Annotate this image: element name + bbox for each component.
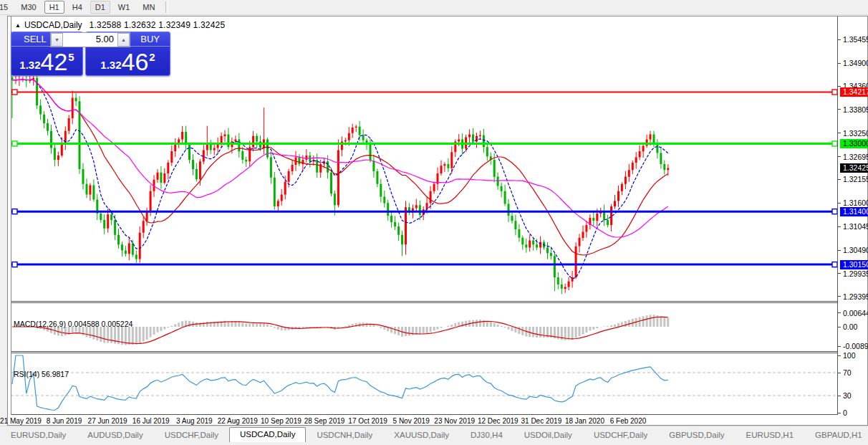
price-tick: 1.35455 xyxy=(843,35,868,44)
axis-tick-dash xyxy=(838,250,841,251)
hline-handle[interactable] xyxy=(832,90,837,95)
chart-ohlc-values: 1.32588 1.32632 1.32349 1.32425 xyxy=(90,20,226,30)
collapse-triangle-icon[interactable]: ▲ xyxy=(15,22,21,29)
date-tick: 6 Feb 2020 xyxy=(610,417,647,425)
rsi-tick: 0 xyxy=(843,408,847,417)
tab-audusd-daily[interactable]: AUDUSD,Daily xyxy=(77,429,153,442)
axis-tick-dash xyxy=(838,327,841,327)
tab-usdchf-daily[interactable]: USDCHF,Daily xyxy=(154,429,229,442)
rsi-line xyxy=(12,355,668,411)
hline-price-badge: 1.33000 xyxy=(840,139,868,148)
hline-price-badge: 1.34217 xyxy=(840,87,868,97)
buy-price-small: 1.32 xyxy=(100,59,121,71)
tab-usdcad-daily[interactable]: USDCAD,Daily xyxy=(229,427,306,442)
hline-handle[interactable] xyxy=(832,141,837,146)
axis-tick-dash xyxy=(838,312,841,313)
chart-symbol-title: USDCAD,Daily xyxy=(24,20,82,30)
rsi-tick: 70 xyxy=(843,368,852,377)
buy-price-sup: 2 xyxy=(149,51,155,63)
chart-window[interactable]: ▲ USDCAD,Daily 1.32588 1.32632 1.32349 1… xyxy=(7,16,868,426)
axis-tick-dash xyxy=(838,86,841,87)
date-tick: 12 Dec 2019 xyxy=(478,417,519,425)
tab-eurusd-h1[interactable]: EURUSD,H1 xyxy=(736,429,804,442)
axis-tick-dash xyxy=(838,109,841,110)
toolbar-separator xyxy=(165,1,168,13)
axis-tick-dash xyxy=(838,156,841,157)
timeframe-button-h1[interactable]: H1 xyxy=(44,1,64,14)
timeframe-toolbar: 15M30H1H4D1W1MN xyxy=(0,0,868,15)
date-tick: 18 Jan 2020 xyxy=(565,417,604,425)
hline-handle[interactable] xyxy=(12,90,17,95)
date-tick: 8 Jun 2019 xyxy=(47,417,82,425)
date-tick: 16 Jul 2019 xyxy=(132,417,170,425)
axis-tick-dash xyxy=(838,133,841,133)
hline-handle[interactable] xyxy=(12,209,17,214)
sell-price: 1.32425 xyxy=(11,47,82,74)
price-tick: 1.31600 xyxy=(843,198,868,207)
date-tick: 28 Sep 2019 xyxy=(304,417,345,425)
date-tick: 23 Nov 2019 xyxy=(434,417,475,425)
date-tick: 5 Nov 2019 xyxy=(393,417,430,425)
sell-price-sup: 5 xyxy=(68,51,74,63)
tab-gbpusd-daily[interactable]: GBPUSD,Daily xyxy=(658,429,735,442)
up-candle-wicks xyxy=(16,73,668,293)
tab-dj30-h4[interactable]: DJ30,H4 xyxy=(460,429,513,442)
axis-tick-dash xyxy=(838,39,841,40)
timeframe-button-m30[interactable]: M30 xyxy=(16,1,41,14)
hline-handle[interactable] xyxy=(832,262,837,267)
macd-tick: 0.00 xyxy=(843,322,857,331)
price-tick: 1.29395 xyxy=(843,292,868,301)
timeframe-button-h4[interactable]: H4 xyxy=(67,1,87,14)
tab-usdchf-daily[interactable]: USDCHF,Daily xyxy=(583,429,658,442)
volume-value[interactable]: 5.00 xyxy=(63,33,117,47)
date-tick: 21 May 2019 xyxy=(0,417,42,425)
timeframe-button-w1[interactable]: W1 xyxy=(113,1,135,14)
date-tick: 10 Sep 2019 xyxy=(261,417,302,425)
tab-usdcnh-daily[interactable]: USDCNH,Daily xyxy=(306,429,383,442)
sell-price-big: 42 xyxy=(41,49,68,74)
axis-tick-dash xyxy=(838,179,841,180)
date-tick: 22 Aug 2019 xyxy=(218,417,258,425)
volume-spinner: ▼ 5.00 ▲ xyxy=(50,32,130,47)
mt4-terminal: 15M30H1H4D1W1MN ▲ USDCAD,Daily 1.32588 1… xyxy=(0,0,868,445)
price-tick: 1.29935 xyxy=(843,269,868,278)
up-candle-bodies xyxy=(15,78,670,289)
date-tick: 3 Aug 2019 xyxy=(176,417,213,425)
price-tick: 1.34900 xyxy=(843,59,868,67)
macd-tick: -0.008982 xyxy=(843,342,868,350)
hline-price-badge: 1.31400 xyxy=(840,207,868,216)
tab-eurusd-daily[interactable]: EURUSD,Daily xyxy=(0,429,77,442)
tab-xauusd-daily[interactable]: XAUUSD,Daily xyxy=(383,429,460,442)
hline-handle[interactable] xyxy=(12,262,17,267)
moving-average-20 xyxy=(12,80,668,255)
price-tick: 1.32695 xyxy=(843,153,868,161)
axis-tick-dash xyxy=(838,203,841,204)
price-chart-canvas[interactable] xyxy=(11,16,838,415)
axis-tick-dash xyxy=(838,355,841,356)
volume-increase-button[interactable]: ▲ xyxy=(117,33,130,47)
timeframe-button-d1[interactable]: D1 xyxy=(90,1,110,14)
hline-handle[interactable] xyxy=(832,209,837,214)
chart-title-row: ▲ USDCAD,Daily 1.32588 1.32632 1.32349 1… xyxy=(15,20,225,30)
tab-usdoil-daily[interactable]: USDOil,Daily xyxy=(513,429,583,442)
rsi-label: RSI(14) 56.9817 xyxy=(14,370,69,378)
tab-gbpaud-h1[interactable]: GBPAUD,H1 xyxy=(804,429,868,442)
timeframe-button-15[interactable]: 15 xyxy=(0,1,13,14)
date-tick: 31 Dec 2019 xyxy=(521,417,561,425)
axis-tick-dash xyxy=(838,413,841,413)
axis-tick-dash xyxy=(838,373,841,373)
rsi-tick: 30 xyxy=(843,391,852,400)
macd-tick: 0.006448 xyxy=(843,309,868,317)
hline-handle[interactable] xyxy=(12,141,17,146)
axis-tick-dash xyxy=(838,226,841,227)
axis-tick-dash xyxy=(838,296,841,297)
price-tick: 1.31045 xyxy=(843,222,868,231)
moving-average-34 xyxy=(12,80,668,237)
price-tick: 1.30490 xyxy=(843,246,868,254)
axis-tick-dash xyxy=(838,396,841,396)
volume-decrease-button[interactable]: ▼ xyxy=(51,33,63,47)
timeframe-button-mn[interactable]: MN xyxy=(138,1,160,14)
one-click-trade-panel: SELL 1.32425 BUY 1.32462 ▼ 5.00 ▲ xyxy=(11,32,169,76)
price-tick: 1.33805 xyxy=(843,105,868,114)
buy-price: 1.32462 xyxy=(86,47,170,74)
